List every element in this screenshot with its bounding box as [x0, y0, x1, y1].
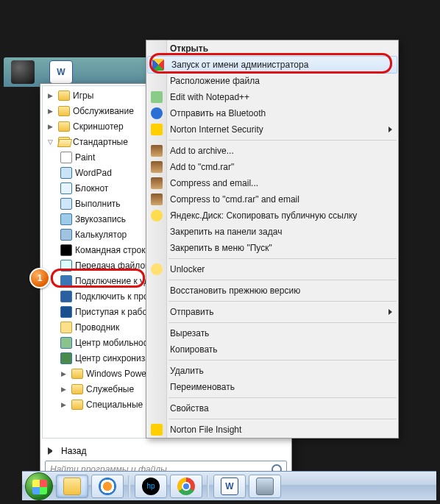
unlocker-icon [151, 263, 163, 275]
ctx-run-as-admin[interactable]: Запуск от имени администратора [147, 56, 397, 74]
ctx-label: Переименовать [170, 382, 235, 392]
ctx-label: Отправить на Bluetooth [170, 108, 266, 118]
taskbar-explorer[interactable] [56, 475, 88, 498]
chrome-icon [177, 478, 195, 495]
app-label: Звукозапись [75, 214, 126, 224]
winrar-icon [151, 145, 163, 157]
getting-started-icon [60, 306, 72, 318]
ctx-pin-start[interactable]: Закрепить в меню "Пуск" [146, 240, 398, 256]
word-icon: W [221, 478, 238, 495]
ctx-edit-notepadpp[interactable]: Edit with Notepad++ [146, 89, 398, 105]
ctx-yandex-disk[interactable]: Яндекс.Диск: Скопировать публичную ссылк… [146, 207, 398, 224]
taskbar-chrome[interactable] [170, 475, 202, 498]
app-label: Центр мобильности [75, 338, 157, 348]
app-label: Выполнить [75, 199, 121, 209]
ctx-compress-email[interactable]: Compress and email... [146, 175, 398, 191]
ctx-copy[interactable]: Копировать [146, 341, 398, 358]
submenu-arrow-icon [388, 309, 392, 315]
separator [168, 258, 397, 259]
ctx-delete[interactable]: Удалить [146, 363, 398, 379]
separator [168, 140, 397, 141]
app-label: Передача файлов [75, 260, 150, 271]
app-label: Проводник [75, 322, 119, 333]
app-label: Калькулятор [75, 230, 127, 240]
ctx-label: Копировать [170, 344, 218, 355]
ctx-add-archive[interactable]: Add to archive... [146, 143, 398, 159]
norton-icon [151, 124, 163, 135]
sync-icon [60, 352, 72, 364]
cmd-icon [60, 244, 72, 256]
separator [168, 360, 397, 361]
annotation-badge-1: 1 [29, 268, 50, 288]
ctx-label: Закрепить в меню "Пуск" [170, 243, 272, 253]
folder-label: Служебные [86, 384, 134, 394]
separator [168, 419, 397, 419]
transfer-icon [60, 260, 72, 271]
context-menu: Открыть Запуск от имени администратора Р… [146, 40, 399, 439]
ctx-label: Отправить [170, 307, 214, 317]
calc-icon [60, 229, 72, 241]
app-label: WordPad [75, 168, 112, 178]
folder-icon [58, 106, 70, 116]
ctx-norton-is[interactable]: Norton Internet Security [146, 121, 398, 138]
folder-icon [58, 121, 70, 132]
ctx-norton-insight[interactable]: Norton File Insight [146, 422, 398, 438]
ctx-label: Открыть [170, 43, 208, 54]
folder-icon [71, 384, 83, 394]
app-label: Приступая к работе [75, 307, 156, 317]
ctx-cut[interactable]: Вырезать [146, 325, 398, 341]
ctx-add-cmd-rar[interactable]: Add to "cmd.rar" [146, 159, 398, 175]
ctx-send-to[interactable]: Отправить [146, 304, 398, 320]
taskbar-word[interactable]: W [213, 475, 246, 498]
taskbar-hp[interactable]: hp [135, 475, 167, 498]
separator [168, 301, 397, 302]
ctx-label: Edit with Notepad++ [170, 92, 249, 102]
ctx-restore-previous[interactable]: Восстановить прежнюю версию [146, 283, 398, 299]
bluetooth-icon [151, 107, 163, 119]
ctx-rename[interactable]: Переименовать [146, 379, 398, 395]
hp-icon: hp [142, 478, 160, 495]
folder-icon [71, 369, 83, 379]
ctx-pin-taskbar[interactable]: Закрепить на панели задач [146, 224, 398, 240]
ctx-label: Расположение файла [170, 76, 260, 86]
ctx-file-location[interactable]: Расположение файла [146, 73, 398, 89]
desktop-icon-word[interactable]: W [49, 60, 73, 84]
back-button[interactable]: Назад [40, 440, 291, 461]
desktop-icon-steam[interactable] [11, 60, 35, 84]
ctx-properties[interactable]: Свойства [146, 400, 398, 416]
ctx-label: Norton Internet Security [170, 124, 263, 135]
ctx-compress-cmd-email[interactable]: Compress to "cmd.rar" and email [146, 191, 398, 207]
ctx-label: Вырезать [170, 328, 209, 338]
ctx-label: Add to archive... [170, 146, 234, 156]
winrar-icon [151, 177, 163, 189]
norton-icon [151, 424, 163, 436]
app-label: Paint [75, 152, 95, 163]
run-icon [60, 198, 72, 210]
ctx-label: Восстановить прежнюю версию [170, 285, 300, 296]
taskbar-media-player[interactable] [91, 475, 124, 498]
start-button[interactable] [25, 472, 53, 500]
separator [168, 397, 397, 398]
notepad-icon [60, 182, 72, 194]
shield-icon [152, 59, 164, 71]
ctx-label: Compress and email... [170, 178, 258, 188]
ctx-send-bluetooth[interactable]: Отправить на Bluetooth [146, 105, 398, 121]
taskbar: hp W [22, 471, 436, 500]
folder-label: Стандартные [73, 137, 128, 147]
ctx-label: Add to "cmd.rar" [170, 162, 234, 172]
notepadpp-icon [151, 91, 163, 103]
ctx-label: Norton File Insight [170, 425, 241, 435]
folder-label: Скриншотер [73, 121, 124, 132]
sound-icon [60, 213, 72, 225]
projector-icon [60, 291, 72, 302]
folder-label: Игры [73, 90, 93, 101]
ctx-unlocker[interactable]: Unlocker [146, 261, 398, 277]
taskbar-screen[interactable] [249, 475, 281, 498]
ctx-label: Яндекс.Диск: Скопировать публичную ссылк… [170, 210, 357, 221]
yandex-disk-icon [151, 210, 163, 221]
ctx-open[interactable]: Открыть [146, 40, 398, 57]
explorer-icon [60, 322, 72, 333]
paint-icon [60, 152, 72, 163]
ctx-label: Свойства [170, 403, 209, 414]
desktop-strip: W [4, 57, 151, 87]
